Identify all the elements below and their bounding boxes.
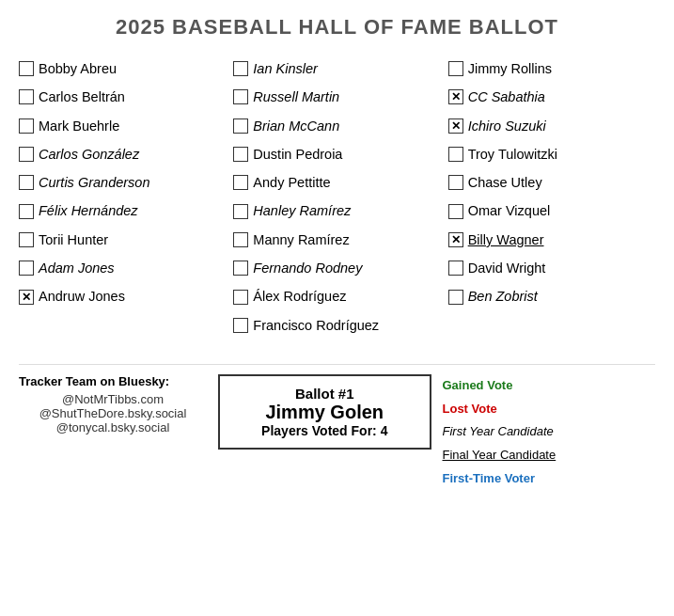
ballot-col-0: Bobby AbreuCarlos BeltránMark BuehrleCar… <box>19 56 226 338</box>
ballot-col-2: Jimmy RollinsCC SabathiaIchiro SuzukiTro… <box>448 56 655 338</box>
player-name: Jimmy Rollins <box>468 59 552 78</box>
tracker-handle-1: @NotMrTibbs.com <box>19 392 207 406</box>
ballot-col-1: Ian KinslerRussell MartinBrian McCannDus… <box>233 56 440 338</box>
checkbox-unchecked <box>233 118 248 134</box>
ballot-item: Bobby Abreu <box>19 56 226 81</box>
ballot-item: Omar Vizquel <box>448 198 655 223</box>
player-name: Adam Jones <box>39 259 115 277</box>
player-name: Billy Wagner <box>468 230 544 249</box>
checkbox-unchecked <box>448 175 463 190</box>
ballot-item: Fernando Rodney <box>233 256 440 280</box>
legend-lost-vote: Lost Vote <box>443 398 656 421</box>
tracker-label: Tracker Team on Bluesky: <box>19 374 207 388</box>
ballot-item: Troy Tulowitzki <box>448 142 655 166</box>
checkbox-unchecked <box>448 61 463 76</box>
player-name: Félix Hernández <box>39 201 138 220</box>
player-name: Chase Utley <box>468 173 542 192</box>
checkbox-unchecked <box>448 147 463 162</box>
player-name: Carlos González <box>39 145 139 164</box>
player-name: Ichiro Suzuki <box>468 117 546 135</box>
ballot-item: Francisco Rodríguez <box>233 313 440 338</box>
checkbox-unchecked <box>233 175 248 190</box>
checkbox-unchecked <box>19 147 34 162</box>
ballot-item: Adam Jones <box>19 256 226 280</box>
checkbox-checked <box>448 118 463 134</box>
ballot-box: Ballot #1 Jimmy Golen Players Voted For:… <box>218 374 431 450</box>
bottom-section: Tracker Team on Bluesky: @NotMrTibbs.com… <box>19 364 655 490</box>
checkbox-unchecked <box>19 232 34 247</box>
player-name: Carlos Beltrán <box>39 87 125 106</box>
ballot-item: David Wright <box>448 256 655 280</box>
ballot-item: Manny Ramírez <box>233 228 440 252</box>
ballot-item: Chase Utley <box>448 170 655 195</box>
checkbox-unchecked <box>448 290 463 305</box>
ballot-item: Ian Kinsler <box>233 56 440 81</box>
checkbox-unchecked <box>448 261 463 276</box>
checkbox-unchecked <box>233 290 248 305</box>
checkbox-unchecked <box>233 204 248 219</box>
checkbox-unchecked <box>19 261 34 276</box>
checkbox-unchecked <box>19 175 34 190</box>
ballot-item: Álex Rodríguez <box>233 284 440 308</box>
ballot-item: Mark Buehrle <box>19 114 226 138</box>
player-name: Andy Pettitte <box>253 173 330 192</box>
tracker-handle-3: @tonycal.bsky.social <box>19 420 207 434</box>
player-name: Russell Martin <box>253 87 339 106</box>
ballot-item: CC Sabathia <box>448 85 655 109</box>
checkbox-checked <box>448 89 463 104</box>
checkbox-checked <box>19 290 34 305</box>
player-name: Andruw Jones <box>39 287 125 306</box>
checkbox-unchecked <box>19 61 34 76</box>
legend-final-year: Final Year Candidate <box>443 444 656 467</box>
checkbox-unchecked <box>233 147 248 162</box>
player-name: Manny Ramírez <box>253 230 349 249</box>
ballot-item: Torii Hunter <box>19 228 226 252</box>
ballot-item: Andruw Jones <box>19 284 226 308</box>
checkbox-unchecked <box>233 318 248 333</box>
checkbox-unchecked <box>19 118 34 134</box>
ballot-item: Carlos González <box>19 142 226 166</box>
ballot-grid: Bobby AbreuCarlos BeltránMark BuehrleCar… <box>19 56 655 338</box>
ballot-item: Andy Pettitte <box>233 170 440 195</box>
ballot-number: Ballot #1 <box>235 386 415 402</box>
player-name: Omar Vizquel <box>468 201 551 220</box>
ballot-item: Russell Martin <box>233 85 440 109</box>
player-name: Dustin Pedroia <box>253 145 342 164</box>
legend-gained-vote: Gained Vote <box>443 374 656 398</box>
player-name: Mark Buehrle <box>39 117 119 135</box>
checkbox-unchecked <box>233 89 248 104</box>
checkbox-checked <box>448 232 463 247</box>
ballot-item: Carlos Beltrán <box>19 85 226 109</box>
tracker-team: Tracker Team on Bluesky: @NotMrTibbs.com… <box>19 374 207 434</box>
ballot-item: Dustin Pedroia <box>233 142 440 166</box>
checkbox-unchecked <box>448 204 463 219</box>
player-name: Hanley Ramírez <box>253 201 351 220</box>
page-title: 2025 BASEBALL HALL OF FAME BALLOT <box>19 15 655 39</box>
legend-first-year: First Year Candidate <box>443 420 656 444</box>
checkbox-unchecked <box>233 261 248 276</box>
ballot-item: Félix Hernández <box>19 198 226 223</box>
player-name: Brian McCann <box>253 117 339 135</box>
player-name: Curtis Granderson <box>39 173 149 192</box>
checkbox-unchecked <box>233 232 248 247</box>
player-name: Fernando Rodney <box>253 259 362 277</box>
checkbox-unchecked <box>19 204 34 219</box>
legend: Gained Vote Lost Vote First Year Candida… <box>443 374 656 490</box>
player-name: Álex Rodríguez <box>253 287 346 306</box>
player-name: Ian Kinsler <box>253 59 318 78</box>
player-name: Francisco Rodríguez <box>253 316 379 335</box>
checkbox-unchecked <box>19 89 34 104</box>
player-name: Bobby Abreu <box>39 59 117 78</box>
ballot-item: Ichiro Suzuki <box>448 114 655 138</box>
tracker-handle-2: @ShutTheDore.bsky.social <box>19 406 207 420</box>
voter-name: Jimmy Golen <box>235 402 415 423</box>
player-name: David Wright <box>468 259 546 277</box>
ballot-item: Jimmy Rollins <box>448 56 655 81</box>
player-name: Troy Tulowitzki <box>468 145 557 164</box>
ballot-item: Hanley Ramírez <box>233 198 440 223</box>
ballot-item: Billy Wagner <box>448 228 655 252</box>
legend-first-voter: First-Time Voter <box>443 467 656 491</box>
player-name: Ben Zobrist <box>468 287 538 306</box>
ballot-item: Curtis Granderson <box>19 170 226 195</box>
player-name: CC Sabathia <box>468 87 545 106</box>
